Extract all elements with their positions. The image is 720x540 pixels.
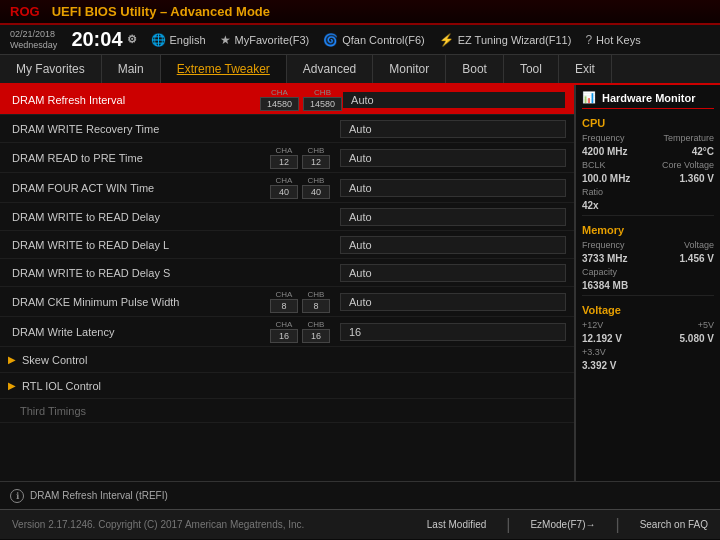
language-label: English	[170, 34, 206, 46]
hw-v12-val-row: 12.192 V 5.080 V	[582, 333, 714, 344]
hw-cpu-freq-val-row: 4200 MHz 42°C	[582, 146, 714, 157]
hot-keys-btn[interactable]: ? Hot Keys	[585, 33, 640, 47]
setting-name-dram-refresh: DRAM Refresh Interval	[0, 94, 260, 106]
value-container-dram-write-read-l: Auto	[340, 236, 574, 254]
setting-value-dram-four-act[interactable]: Auto	[340, 179, 566, 197]
chips-dram-write-latency: CHA 16 CHB 16	[260, 320, 340, 343]
section-skew-control[interactable]: ▶ Skew Control	[0, 347, 574, 373]
hw-mem-cap-row: Capacity	[582, 267, 714, 277]
hw-v12-label: +12V	[582, 320, 603, 330]
setting-value-dram-refresh[interactable]: Auto	[342, 91, 566, 109]
time-bar: 02/21/2018 Wednesday 20:04 ⚙ 🌐 English ★…	[0, 25, 720, 55]
chip-group-chb: CHB 14580	[303, 88, 342, 111]
chip-chb-value-2: 12	[302, 155, 330, 169]
setting-dram-cke[interactable]: DRAM CKE Minimum Pulse Width CHA 8 CHB 8…	[0, 287, 574, 317]
tab-tool-label: Tool	[520, 62, 542, 76]
tab-advanced-label: Advanced	[303, 62, 356, 76]
setting-dram-write-read-delay[interactable]: DRAM WRITE to READ Delay Auto	[0, 203, 574, 231]
setting-dram-write-read-delay-s[interactable]: DRAM WRITE to READ Delay S Auto	[0, 259, 574, 287]
value-container-dram-four-act: Auto	[340, 179, 574, 197]
tab-monitor[interactable]: Monitor	[373, 55, 446, 83]
hw-v33-value: 3.392 V	[582, 360, 616, 371]
tab-extreme-tweaker-label: Extreme Tweaker	[177, 62, 270, 76]
hw-mem-freq-row: Frequency Voltage	[582, 240, 714, 250]
setting-value-dram-write-read-l[interactable]: Auto	[340, 236, 566, 254]
setting-dram-write-recovery[interactable]: DRAM WRITE Recovery Time Auto	[0, 115, 574, 143]
qfan-btn[interactable]: 🌀 Qfan Control(F6)	[323, 33, 425, 47]
search-faq-btn[interactable]: Search on FAQ	[640, 519, 708, 530]
ez-mode-btn[interactable]: EzMode(F7)→	[530, 519, 595, 530]
section-rtl-iol[interactable]: ▶ RTL IOL Control	[0, 373, 574, 399]
setting-dram-refresh-interval[interactable]: DRAM Refresh Interval CHA 14580 CHB 1458…	[0, 85, 574, 115]
setting-dram-write-read-delay-l[interactable]: DRAM WRITE to READ Delay L Auto	[0, 231, 574, 259]
hw-mem-cap-val-row: 16384 MB	[582, 280, 714, 291]
chips-dram-four-act: CHA 40 CHB 40	[260, 176, 340, 199]
header-bar: ROG UEFI BIOS Utility – Advanced Mode	[0, 0, 720, 25]
hw-mem-freq-value: 3733 MHz	[582, 253, 628, 264]
hw-bclk-val-row: 100.0 MHz 1.360 V	[582, 173, 714, 184]
setting-dram-read-pre[interactable]: DRAM READ to PRE Time CHA 12 CHB 12 Auto	[0, 143, 574, 173]
hw-v12-row: +12V +5V	[582, 320, 714, 330]
chip-cha-value-8: 16	[270, 329, 298, 343]
chip-group-cha-3: CHA 40	[270, 176, 298, 199]
date-display: 02/21/2018	[10, 29, 57, 40]
setting-name-dram-read-pre: DRAM READ to PRE Time	[0, 152, 260, 164]
setting-value-dram-write-latency[interactable]: 16	[340, 323, 566, 341]
footer-copyright: Version 2.17.1246. Copyright (C) 2017 Am…	[12, 519, 304, 530]
chips-dram-read-pre: CHA 12 CHB 12	[260, 146, 340, 169]
setting-value-dram-cke[interactable]: Auto	[340, 293, 566, 311]
myfavorite-btn[interactable]: ★ MyFavorite(F3)	[220, 33, 310, 47]
setting-dram-four-act[interactable]: DRAM FOUR ACT WIN Time CHA 40 CHB 40 Aut…	[0, 173, 574, 203]
tab-advanced[interactable]: Advanced	[287, 55, 373, 83]
hw-cpu-freq-row: Frequency Temperature	[582, 133, 714, 143]
chip-cha-value-2: 12	[270, 155, 298, 169]
setting-name-dram-write-recovery: DRAM WRITE Recovery Time	[0, 123, 260, 135]
tab-extreme-tweaker[interactable]: Extreme Tweaker	[161, 55, 287, 83]
myfavorite-label: MyFavorite(F3)	[235, 34, 310, 46]
third-timings-label: Third Timings	[20, 405, 86, 417]
language-selector[interactable]: 🌐 English	[151, 33, 206, 47]
clock-display: 20:04 ⚙	[71, 28, 136, 51]
setting-dram-write-latency[interactable]: DRAM Write Latency CHA 16 CHB 16 16	[0, 317, 574, 347]
setting-value-dram-write-read-s[interactable]: Auto	[340, 264, 566, 282]
footer-actions: Last Modified | EzMode(F7)→ | Search on …	[427, 516, 708, 534]
hw-divider-2	[582, 295, 714, 296]
setting-value-dram-write-read[interactable]: Auto	[340, 208, 566, 226]
footer-sep-1: |	[506, 516, 510, 534]
hw-core-volt-value: 1.360 V	[680, 173, 714, 184]
chip-chb-value-3: 40	[302, 185, 330, 199]
chip-group-cha-2: CHA 12	[270, 146, 298, 169]
hw-cpu-title: CPU	[582, 117, 714, 129]
hw-v33-row: +3.3V	[582, 347, 714, 357]
value-container-dram-write-recovery: Auto	[340, 120, 574, 138]
qfan-label: Qfan Control(F6)	[342, 34, 425, 46]
value-container-dram-write-read-s: Auto	[340, 264, 574, 282]
chip-cha-value-3: 40	[270, 185, 298, 199]
settings-gear-icon[interactable]: ⚙	[127, 33, 137, 46]
chip-group-cha-8: CHA 16	[270, 320, 298, 343]
hw-memory-title: Memory	[582, 224, 714, 236]
header-title: UEFI BIOS Utility – Advanced Mode	[52, 4, 270, 19]
chip-group-cha-7: CHA 8	[270, 290, 298, 313]
tab-my-favorites[interactable]: My Favorites	[0, 55, 102, 83]
hw-bclk-value: 100.0 MHz	[582, 173, 630, 184]
tuning-icon: ⚡	[439, 33, 454, 47]
tab-main[interactable]: Main	[102, 55, 161, 83]
tab-exit[interactable]: Exit	[559, 55, 612, 83]
setting-value-dram-write-recovery[interactable]: Auto	[340, 120, 566, 138]
chip-chb-label: CHB	[314, 88, 331, 97]
value-container-dram-read-pre: Auto	[340, 149, 574, 167]
hw-mem-freq-val-row: 3733 MHz 1.456 V	[582, 253, 714, 264]
info-icon: ℹ	[10, 489, 24, 503]
clock-time: 20:04	[71, 28, 122, 51]
ez-tuning-btn[interactable]: ⚡ EZ Tuning Wizard(F11)	[439, 33, 572, 47]
tab-boot[interactable]: Boot	[446, 55, 504, 83]
hw-bclk-label: BCLK	[582, 160, 606, 170]
bottom-info-bar: ℹ DRAM Refresh Interval (tREFI)	[0, 481, 720, 509]
fan-icon: 🌀	[323, 33, 338, 47]
sub-third-timings: Third Timings	[0, 399, 574, 423]
hw-ratio-value: 42x	[582, 200, 599, 211]
setting-value-dram-read-pre[interactable]: Auto	[340, 149, 566, 167]
tab-tool[interactable]: Tool	[504, 55, 559, 83]
rtl-arrow-icon: ▶	[8, 380, 16, 391]
